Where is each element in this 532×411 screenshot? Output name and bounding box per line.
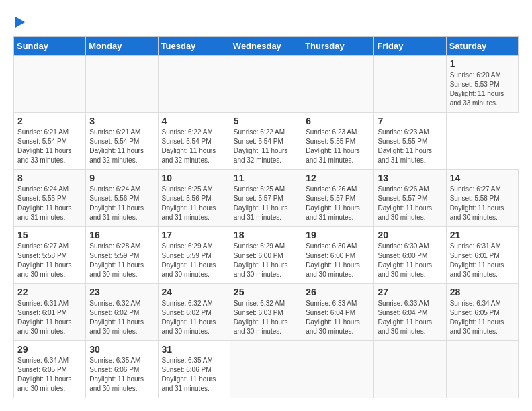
day-number: 2 (17, 116, 82, 126)
day-info: Sunrise: 6:32 AM Sunset: 6:02 PM Dayligh… (89, 299, 154, 336)
calendar-cell: 15Sunrise: 6:27 AM Sunset: 5:58 PM Dayli… (14, 227, 86, 284)
header-thursday: Thursday (302, 37, 374, 56)
calendar-cell: 9Sunrise: 6:24 AM Sunset: 5:56 PM Daylig… (86, 170, 158, 227)
day-info: Sunrise: 6:33 AM Sunset: 6:04 PM Dayligh… (306, 299, 370, 336)
calendar-cell: 17Sunrise: 6:29 AM Sunset: 5:59 PM Dayli… (158, 227, 230, 284)
day-number: 3 (89, 116, 154, 126)
calendar-cell: 5Sunrise: 6:22 AM Sunset: 5:54 PM Daylig… (230, 113, 302, 170)
calendar-cell (230, 341, 302, 398)
calendar-header: SundayMondayTuesdayWednesdayThursdayFrid… (14, 37, 519, 56)
calendar-cell: 18Sunrise: 6:29 AM Sunset: 6:00 PM Dayli… (230, 227, 302, 284)
day-number: 24 (162, 287, 226, 298)
header-tuesday: Tuesday (158, 37, 230, 56)
day-info: Sunrise: 6:27 AM Sunset: 5:58 PM Dayligh… (450, 185, 515, 222)
day-info: Sunrise: 6:35 AM Sunset: 6:06 PM Dayligh… (162, 356, 226, 394)
day-number: 23 (89, 287, 154, 298)
calendar-cell (302, 341, 374, 398)
calendar-cell: 30Sunrise: 6:35 AM Sunset: 6:06 PM Dayli… (86, 341, 158, 398)
calendar-cell: 8Sunrise: 6:24 AM Sunset: 5:55 PM Daylig… (14, 170, 86, 227)
day-number: 28 (450, 287, 515, 298)
day-number: 30 (89, 344, 154, 355)
day-number: 17 (162, 230, 226, 240)
calendar-body: 1Sunrise: 6:20 AM Sunset: 5:53 PM Daylig… (14, 56, 519, 398)
day-number: 25 (234, 287, 298, 298)
day-number: 26 (306, 287, 370, 298)
calendar-cell: 3Sunrise: 6:21 AM Sunset: 5:54 PM Daylig… (86, 113, 158, 170)
day-info: Sunrise: 6:32 AM Sunset: 6:03 PM Dayligh… (234, 299, 298, 336)
day-info: Sunrise: 6:27 AM Sunset: 5:58 PM Dayligh… (17, 242, 82, 279)
calendar-cell: 25Sunrise: 6:32 AM Sunset: 6:03 PM Dayli… (230, 284, 302, 341)
header-friday: Friday (374, 37, 446, 56)
calendar-cell (14, 56, 86, 113)
calendar-cell: 27Sunrise: 6:33 AM Sunset: 6:04 PM Dayli… (374, 284, 446, 341)
calendar-cell: 16Sunrise: 6:28 AM Sunset: 5:59 PM Dayli… (86, 227, 158, 284)
logo (13, 13, 25, 30)
calendar-table: SundayMondayTuesdayWednesdayThursdayFrid… (13, 36, 519, 398)
day-info: Sunrise: 6:29 AM Sunset: 6:00 PM Dayligh… (234, 242, 298, 279)
calendar-cell (374, 56, 446, 113)
day-number: 9 (89, 173, 154, 183)
day-info: Sunrise: 6:22 AM Sunset: 5:54 PM Dayligh… (162, 128, 226, 165)
day-number: 12 (306, 173, 370, 183)
week-row-4: 22Sunrise: 6:31 AM Sunset: 6:01 PM Dayli… (14, 284, 519, 341)
day-number: 11 (234, 173, 298, 183)
day-number: 22 (17, 287, 82, 298)
calendar-cell: 11Sunrise: 6:25 AM Sunset: 5:57 PM Dayli… (230, 170, 302, 227)
logo-arrow-icon (15, 17, 25, 28)
calendar-cell (86, 56, 158, 113)
day-number: 19 (306, 230, 370, 240)
calendar-cell: 13Sunrise: 6:26 AM Sunset: 5:57 PM Dayli… (374, 170, 446, 227)
day-info: Sunrise: 6:20 AM Sunset: 5:53 PM Dayligh… (450, 71, 515, 108)
calendar-cell: 2Sunrise: 6:21 AM Sunset: 5:54 PM Daylig… (14, 113, 86, 170)
calendar-cell: 26Sunrise: 6:33 AM Sunset: 6:04 PM Dayli… (302, 284, 374, 341)
day-number: 8 (17, 173, 82, 183)
day-info: Sunrise: 6:26 AM Sunset: 5:57 PM Dayligh… (306, 185, 370, 222)
calendar-cell: 14Sunrise: 6:27 AM Sunset: 5:58 PM Dayli… (446, 170, 518, 227)
day-info: Sunrise: 6:31 AM Sunset: 6:01 PM Dayligh… (17, 299, 82, 336)
day-number: 31 (162, 344, 226, 355)
calendar-cell (230, 56, 302, 113)
calendar-cell: 19Sunrise: 6:30 AM Sunset: 6:00 PM Dayli… (302, 227, 374, 284)
calendar-cell (446, 341, 518, 398)
header-row: SundayMondayTuesdayWednesdayThursdayFrid… (14, 37, 519, 56)
calendar-cell (158, 56, 230, 113)
day-number: 13 (378, 173, 442, 183)
day-info: Sunrise: 6:35 AM Sunset: 6:06 PM Dayligh… (89, 356, 154, 394)
calendar-cell (302, 56, 374, 113)
day-number: 10 (162, 173, 226, 183)
calendar-cell: 22Sunrise: 6:31 AM Sunset: 6:01 PM Dayli… (14, 284, 86, 341)
day-info: Sunrise: 6:34 AM Sunset: 6:05 PM Dayligh… (17, 356, 82, 394)
calendar-cell: 23Sunrise: 6:32 AM Sunset: 6:02 PM Dayli… (86, 284, 158, 341)
calendar-cell (374, 341, 446, 398)
day-number: 21 (450, 230, 515, 240)
calendar-cell: 4Sunrise: 6:22 AM Sunset: 5:54 PM Daylig… (158, 113, 230, 170)
day-info: Sunrise: 6:28 AM Sunset: 5:59 PM Dayligh… (89, 242, 154, 279)
day-info: Sunrise: 6:22 AM Sunset: 5:54 PM Dayligh… (234, 128, 298, 165)
header-monday: Monday (86, 37, 158, 56)
calendar-cell: 28Sunrise: 6:34 AM Sunset: 6:05 PM Dayli… (446, 284, 518, 341)
page-header (13, 13, 519, 30)
day-info: Sunrise: 6:29 AM Sunset: 5:59 PM Dayligh… (162, 242, 226, 279)
calendar-cell: 20Sunrise: 6:30 AM Sunset: 6:00 PM Dayli… (374, 227, 446, 284)
day-number: 18 (234, 230, 298, 240)
calendar-cell: 7Sunrise: 6:23 AM Sunset: 5:55 PM Daylig… (374, 113, 446, 170)
day-info: Sunrise: 6:26 AM Sunset: 5:57 PM Dayligh… (378, 185, 442, 222)
day-info: Sunrise: 6:21 AM Sunset: 5:54 PM Dayligh… (17, 128, 82, 165)
day-info: Sunrise: 6:23 AM Sunset: 5:55 PM Dayligh… (306, 128, 370, 165)
calendar-cell: 21Sunrise: 6:31 AM Sunset: 6:01 PM Dayli… (446, 227, 518, 284)
day-number: 29 (17, 344, 82, 355)
calendar-cell: 24Sunrise: 6:32 AM Sunset: 6:02 PM Dayli… (158, 284, 230, 341)
week-row-0: 1Sunrise: 6:20 AM Sunset: 5:53 PM Daylig… (14, 56, 519, 113)
day-info: Sunrise: 6:33 AM Sunset: 6:04 PM Dayligh… (378, 299, 442, 336)
day-number: 15 (17, 230, 82, 240)
calendar-cell: 29Sunrise: 6:34 AM Sunset: 6:05 PM Dayli… (14, 341, 86, 398)
calendar-cell: 10Sunrise: 6:25 AM Sunset: 5:56 PM Dayli… (158, 170, 230, 227)
header-sunday: Sunday (14, 37, 86, 56)
day-number: 4 (162, 116, 226, 126)
day-info: Sunrise: 6:21 AM Sunset: 5:54 PM Dayligh… (89, 128, 154, 165)
calendar-cell: 6Sunrise: 6:23 AM Sunset: 5:55 PM Daylig… (302, 113, 374, 170)
header-wednesday: Wednesday (230, 37, 302, 56)
calendar-cell: 31Sunrise: 6:35 AM Sunset: 6:06 PM Dayli… (158, 341, 230, 398)
day-info: Sunrise: 6:31 AM Sunset: 6:01 PM Dayligh… (450, 242, 515, 279)
header-saturday: Saturday (446, 37, 518, 56)
